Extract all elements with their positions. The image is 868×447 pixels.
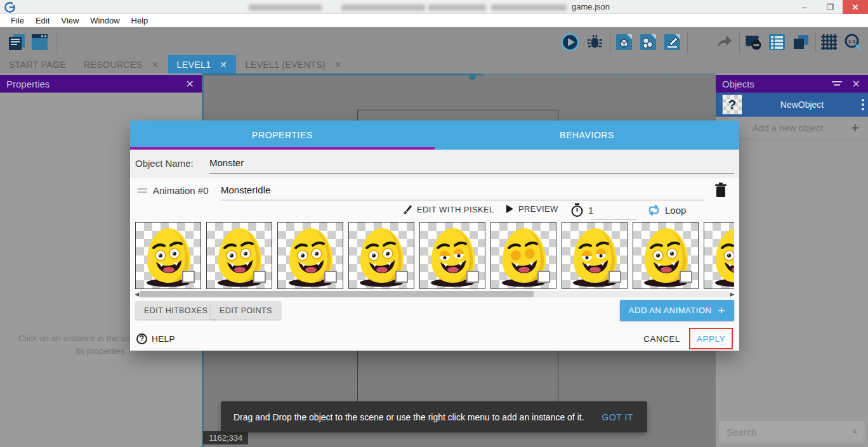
- objects-panel-header: Objects ✕: [716, 75, 868, 93]
- object-list-item-selected[interactable]: ? NewObject: [716, 93, 868, 117]
- help-icon: ?: [136, 334, 147, 344]
- cursor-coordinates: 1162;334: [203, 431, 248, 444]
- animation-frame[interactable]: [633, 222, 699, 289]
- menu-view[interactable]: View: [55, 15, 84, 27]
- layers-icon[interactable]: [792, 33, 810, 51]
- objects-panel-title: Objects: [722, 79, 754, 89]
- menu-help[interactable]: Help: [126, 15, 154, 27]
- preview-button[interactable]: PREVIEW: [506, 204, 558, 214]
- dialog-tab-behaviors[interactable]: BEHAVIORS: [435, 120, 739, 150]
- tab-level1[interactable]: LEVEL1✕: [168, 55, 237, 74]
- scene-selection-handle[interactable]: [469, 74, 476, 80]
- scroll-right-icon[interactable]: ▶: [729, 291, 735, 297]
- tab-close-icon[interactable]: ✕: [151, 60, 159, 70]
- tab-level1-events[interactable]: LEVEL1 (EVENTS)✕: [236, 55, 351, 74]
- cancel-button[interactable]: CANCEL: [637, 329, 687, 349]
- undo-icon[interactable]: [692, 33, 710, 51]
- redo-icon[interactable]: [715, 33, 733, 51]
- titlebar: game.json – ❐ ✕: [0, 0, 868, 14]
- scene-selection-edge-dotted: [484, 74, 716, 75]
- drag-handle-icon[interactable]: [138, 188, 147, 193]
- zoom-1-1-icon[interactable]: 1:1: [844, 33, 862, 51]
- frame-corner-handle: [182, 271, 195, 283]
- animation-frame[interactable]: [348, 222, 414, 289]
- snackbar: Drag and Drop the object to the scene or…: [221, 401, 647, 432]
- delete-animation-button[interactable]: [713, 182, 728, 198]
- play-icon[interactable]: [561, 33, 579, 51]
- restore-button[interactable]: ❐: [817, 0, 843, 14]
- frame-corner-handle: [680, 271, 692, 283]
- tab-close-icon[interactable]: ✕: [220, 60, 227, 70]
- loop-icon: [647, 204, 661, 216]
- close-icon[interactable]: ✕: [185, 78, 195, 90]
- timer-icon: [570, 203, 584, 217]
- properties-panel-header: Properties ✕: [0, 75, 202, 93]
- start-page-icon[interactable]: [30, 33, 49, 51]
- apply-button[interactable]: APPLY: [697, 334, 725, 344]
- animation-frame[interactable]: [135, 222, 201, 289]
- minimize-button[interactable]: –: [792, 0, 817, 14]
- toolbar: 1:1 START PAGE RESOURCES✕ LEVEL1✕ LEVEL1…: [0, 27, 868, 74]
- frame-corner-handle: [466, 271, 479, 283]
- animation-frame[interactable]: [490, 222, 556, 289]
- edit-scene-icon[interactable]: [663, 33, 681, 51]
- filter-icon[interactable]: [832, 81, 842, 87]
- edit-with-piskel-button[interactable]: EDIT WITH PISKEL: [402, 204, 494, 215]
- frame-corner-handle: [253, 271, 266, 283]
- object-name-row: Object Name: Monster: [130, 150, 739, 178]
- plus-icon[interactable]: +: [851, 120, 859, 136]
- close-button[interactable]: ✕: [843, 0, 868, 14]
- dialog-footer: ? HELP CANCEL APPLY: [130, 327, 739, 351]
- redacted-title-segment: [249, 4, 322, 11]
- got-it-button[interactable]: GOT IT: [597, 407, 638, 427]
- close-icon[interactable]: ✕: [851, 78, 862, 90]
- dialog-tabs: PROPERTIES BEHAVIORS: [130, 120, 739, 150]
- object-menu-icon[interactable]: [862, 99, 864, 110]
- animation-index-label: Animation #0: [153, 185, 209, 196]
- edit-points-button[interactable]: EDIT POINTS: [211, 301, 281, 320]
- redacted-title-segment: [428, 4, 486, 11]
- debug-icon[interactable]: [586, 33, 604, 51]
- menu-window[interactable]: Window: [84, 15, 125, 27]
- objects-list-icon[interactable]: [639, 33, 657, 51]
- redacted-title-segment: [491, 4, 567, 11]
- tab-resources[interactable]: RESOURCES✕: [75, 55, 168, 74]
- frames-scrollbar: ◀ ▶: [134, 290, 735, 298]
- search-icon: [853, 425, 857, 438]
- editor-tabs: START PAGE RESOURCES✕ LEVEL1✕ LEVEL1 (EV…: [0, 55, 868, 74]
- svg-text:1:1: 1:1: [848, 39, 856, 44]
- animation-frame[interactable]: [206, 222, 272, 289]
- loop-toggle[interactable]: Loop: [647, 204, 686, 216]
- search-input[interactable]: [727, 427, 853, 437]
- animation-frame[interactable]: [704, 222, 734, 289]
- toolbar-separator: [610, 32, 611, 53]
- menu-edit[interactable]: Edit: [30, 15, 55, 27]
- project-manager-icon[interactable]: [8, 33, 26, 51]
- redacted-title-segment: [341, 4, 425, 11]
- animation-name-input[interactable]: MonsterIdle: [221, 185, 704, 200]
- animation-frame[interactable]: [419, 222, 485, 289]
- edit-hitboxes-button[interactable]: EDIT HITBOXES: [135, 301, 216, 320]
- add-object-icon[interactable]: [615, 33, 633, 51]
- scrollbar-thumb[interactable]: [140, 291, 534, 297]
- tab-close-icon[interactable]: ✕: [334, 60, 342, 70]
- animation-row: Animation #0 MonsterIdle: [130, 181, 739, 202]
- mask-icon[interactable]: [744, 33, 762, 51]
- object-name-label: NewObject: [742, 100, 862, 110]
- dialog-tab-properties[interactable]: PROPERTIES: [130, 120, 435, 150]
- object-name-input[interactable]: Monster: [209, 157, 734, 174]
- frame-corner-handle: [324, 271, 337, 283]
- add-animation-button[interactable]: ADD AN ANIMATION +: [620, 300, 734, 321]
- time-between-frames-field[interactable]: 1: [570, 203, 594, 217]
- frame-corner-handle: [395, 271, 408, 283]
- scrollbar-track[interactable]: [140, 291, 729, 297]
- frame-corner-handle: [608, 271, 621, 283]
- help-button[interactable]: ? HELP: [136, 334, 175, 344]
- scroll-left-icon[interactable]: ◀: [134, 291, 140, 297]
- animation-frame[interactable]: [277, 222, 343, 289]
- tab-start-page[interactable]: START PAGE: [0, 55, 75, 74]
- instances-list-icon[interactable]: [768, 33, 786, 51]
- menu-file[interactable]: File: [5, 15, 30, 27]
- grid-icon[interactable]: [820, 33, 838, 51]
- animation-frame[interactable]: [562, 222, 628, 289]
